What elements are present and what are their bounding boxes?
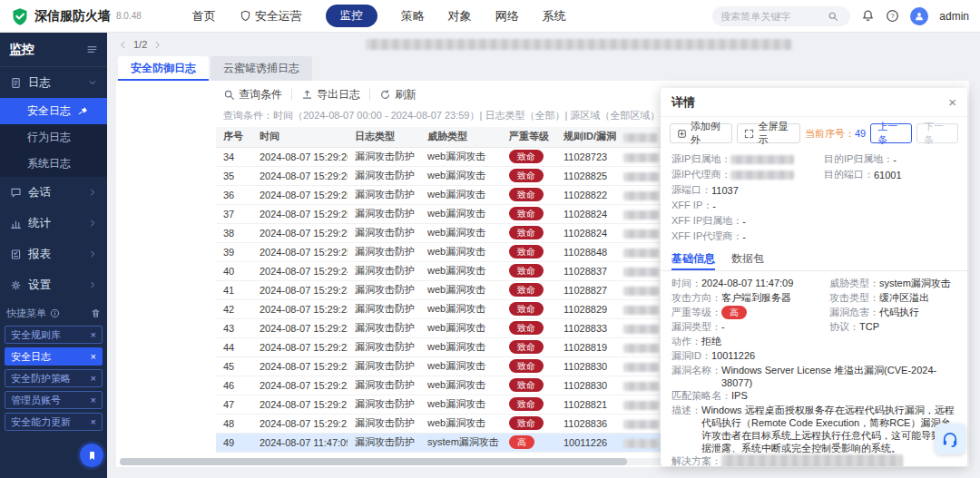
sidebar-group[interactable]: 报表 xyxy=(0,239,107,269)
chevron-right-icon xyxy=(88,249,97,259)
topnav-item[interactable]: 对象 xyxy=(448,8,472,24)
sidebar-item[interactable]: 安全日志 xyxy=(0,98,107,124)
refresh-icon xyxy=(379,89,391,101)
quick-menu-item[interactable]: 安全防护策略× xyxy=(5,369,103,387)
table-cell: web漏洞攻击 xyxy=(420,337,502,356)
close-icon[interactable]: × xyxy=(91,352,96,362)
table-cell: 39 xyxy=(216,242,252,261)
close-icon[interactable]: × xyxy=(948,95,956,109)
app-title: 深信服防火墙 xyxy=(34,8,111,24)
table-cell: 漏洞攻击防护 xyxy=(348,376,420,395)
table-cell: 2024-08-07 15:29:22 xyxy=(252,376,348,395)
field-value: IPS xyxy=(731,389,748,403)
severity-badge: 致命 xyxy=(509,416,544,430)
sidebar-item-label: 行为日志 xyxy=(27,130,71,145)
toolbar-button[interactable]: 导出日志 xyxy=(301,87,360,102)
next-button[interactable]: 下一条 xyxy=(916,123,958,143)
sidebar-title-row: 监控 xyxy=(0,33,107,67)
quick-menu-item[interactable]: 管理员账号× xyxy=(5,391,103,409)
table-cell: 漏洞攻击防护 xyxy=(348,318,420,337)
collapse-menu-icon[interactable] xyxy=(86,44,98,55)
quick-menu-items: 安全规则库×安全日志×安全防护策略×管理员账号×安全能力更新× xyxy=(5,326,103,431)
sidebar-group[interactable]: 统计 xyxy=(0,208,107,239)
trash-icon[interactable] xyxy=(91,308,101,318)
detail-header: 详情 × xyxy=(661,88,967,117)
support-fab[interactable] xyxy=(935,424,965,454)
quick-menu-item[interactable]: 安全日志× xyxy=(5,347,103,366)
topnav-item[interactable]: 首页 xyxy=(192,8,216,24)
detail-tab[interactable]: 数据包 xyxy=(731,248,764,270)
detail-field: 源IP归属地 xyxy=(671,151,824,167)
add-exception-button[interactable]: 添加例外 xyxy=(670,123,732,143)
sidebar-group[interactable]: 会话 xyxy=(0,177,107,208)
detail-tab[interactable]: 基础信息 xyxy=(671,248,715,270)
toolbar-button-label: 刷新 xyxy=(395,87,416,102)
report-icon xyxy=(10,249,22,260)
scrollbar-thumb[interactable] xyxy=(120,458,627,465)
log-tab[interactable]: 安全防御日志 xyxy=(118,56,209,81)
doc-icon xyxy=(10,77,22,89)
column-header[interactable]: 日志类型 xyxy=(348,127,420,147)
table-cell: 11028824 xyxy=(556,223,616,242)
sidebar-group[interactable]: 设置 xyxy=(0,269,107,300)
column-header[interactable]: 规则ID/漏洞ID xyxy=(556,127,616,147)
chat-icon xyxy=(10,187,22,199)
column-header[interactable]: 威胁类型 xyxy=(420,127,502,147)
column-header[interactable]: 时间 xyxy=(252,127,348,147)
detail-field: XFF IP- xyxy=(671,198,824,213)
fullscreen-button[interactable]: 全屏显示 xyxy=(737,123,799,143)
global-search[interactable] xyxy=(712,6,850,26)
topnav-item[interactable]: 系统 xyxy=(543,8,566,24)
app-version: 8.0.48 xyxy=(116,11,142,21)
help-icon[interactable]: ? xyxy=(886,9,899,23)
search-icon[interactable] xyxy=(828,11,838,22)
bell-icon[interactable] xyxy=(861,9,875,23)
prev-button[interactable]: 上一条 xyxy=(870,123,912,143)
topnav-item[interactable]: 策略 xyxy=(401,8,425,24)
chevron-right-icon[interactable] xyxy=(152,40,162,50)
sidebar-item[interactable]: 系统日志 xyxy=(0,151,107,177)
column-header[interactable] xyxy=(616,127,660,147)
detail-field: 源IP代理商 xyxy=(671,167,824,182)
detail-tabs: 基础信息数据包 xyxy=(661,248,967,271)
topnav-item-label: 对象 xyxy=(448,8,472,24)
close-icon[interactable]: × xyxy=(91,374,96,384)
detail-field: 目的端口61001 xyxy=(824,167,956,182)
table-cell: 致命 xyxy=(502,395,556,414)
toolbar-button[interactable]: 查询条件 xyxy=(223,87,282,102)
column-header[interactable]: 序号 xyxy=(216,127,252,147)
detail-field: 协议TCP xyxy=(829,320,956,335)
avatar[interactable] xyxy=(910,7,928,25)
username[interactable]: admin xyxy=(939,10,969,23)
sidebar-item[interactable]: 行为日志 xyxy=(0,124,107,151)
table-cell xyxy=(616,166,660,185)
fullscreen-icon xyxy=(744,129,754,139)
table-cell: 致命 xyxy=(502,318,556,337)
topnav-item-label: 网络 xyxy=(495,8,519,24)
sidebar-group[interactable]: 日志 xyxy=(0,67,107,98)
quick-menu-item[interactable]: 安全规则库× xyxy=(5,326,103,344)
topnav-item[interactable]: 网络 xyxy=(495,8,519,24)
close-icon[interactable]: × xyxy=(91,395,96,405)
column-header[interactable]: 严重等级 xyxy=(502,127,556,147)
toolbar-button-label: 查询条件 xyxy=(239,87,282,102)
close-icon[interactable]: × xyxy=(91,330,96,340)
close-icon[interactable]: × xyxy=(91,417,96,427)
topnav-item[interactable]: 安全运营 xyxy=(240,8,302,24)
log-tab[interactable]: 云蜜罐诱捕日志 xyxy=(211,56,312,81)
quick-menu-item[interactable]: 安全能力更新× xyxy=(5,413,103,431)
redacted-text xyxy=(623,249,660,258)
toolbar-button[interactable]: 刷新 xyxy=(379,87,416,102)
bookmark-fab[interactable] xyxy=(80,444,103,467)
table-cell: 2024-08-07 15:29:26 xyxy=(252,147,348,166)
topnav-item[interactable]: 监控 xyxy=(326,5,377,27)
detail-field: 漏洞ID10011226 xyxy=(671,349,956,364)
app-logo: 深信服防火墙 8.0.48 xyxy=(11,7,142,25)
field-value: TCP xyxy=(859,320,879,334)
chevron-left-icon[interactable] xyxy=(118,40,128,50)
table-cell xyxy=(616,337,660,356)
search-input[interactable] xyxy=(720,11,822,22)
table-cell: 11028837 xyxy=(556,261,616,280)
sidebar: 监控 日志安全日志行为日志系统日志会话统计报表设置 快捷菜单 安全规则库×安全日… xyxy=(0,33,107,478)
svg-text:?: ? xyxy=(891,12,895,20)
